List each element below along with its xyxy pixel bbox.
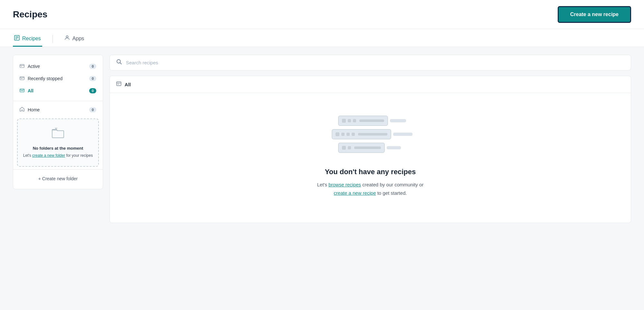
all-sidebar-icon xyxy=(20,88,24,94)
no-folders-icon xyxy=(23,127,93,143)
search-input[interactable] xyxy=(126,60,624,65)
page-title: Recipes xyxy=(13,9,47,20)
svg-rect-8 xyxy=(20,77,24,80)
svg-point-4 xyxy=(66,36,68,38)
tab-recipes-label: Recipes xyxy=(22,36,41,42)
sidebar-divider-2 xyxy=(13,169,103,170)
sidebar: Active 0 Recently stopped 0 xyxy=(13,55,103,189)
empty-description: Let's browse recipes created by our comm… xyxy=(317,181,424,197)
home-label: Home xyxy=(28,107,40,112)
no-folders-title: No folders at the moment xyxy=(23,146,93,151)
empty-text-middle: created by our community or xyxy=(361,182,423,187)
create-recipe-button[interactable]: Create a new recipe xyxy=(558,6,631,23)
all-label: All xyxy=(28,88,33,93)
svg-rect-11 xyxy=(20,89,24,92)
right-panel: All xyxy=(109,55,631,302)
sidebar-item-all[interactable]: All 0 xyxy=(13,85,103,97)
create-new-recipe-link[interactable]: create a new recipe xyxy=(334,190,376,196)
empty-title: You don't have any recipes xyxy=(325,168,416,176)
home-badge: 0 xyxy=(89,107,96,112)
all-section-header: All xyxy=(110,76,631,93)
sidebar-filters: Active 0 Recently stopped 0 xyxy=(13,59,103,98)
home-folder-icon xyxy=(20,107,24,113)
no-folders-text-after: for your recipes xyxy=(65,153,93,158)
sidebar-item-recently-stopped[interactable]: Recently stopped 0 xyxy=(13,72,103,85)
recipes-icon xyxy=(14,35,20,42)
search-icon xyxy=(116,59,122,66)
no-folders-text: Let's create a new folder for your recip… xyxy=(23,153,93,158)
active-icon xyxy=(20,63,24,69)
svg-line-15 xyxy=(120,63,122,64)
tab-recipes[interactable]: Recipes xyxy=(13,35,42,47)
all-header-icon xyxy=(116,81,121,88)
page-header: Recipes Create a new recipe xyxy=(0,0,644,29)
recently-stopped-badge: 0 xyxy=(89,76,96,81)
svg-rect-5 xyxy=(20,64,24,68)
all-badge: 0 xyxy=(89,88,96,93)
main-content: Active 0 Recently stopped 0 xyxy=(0,47,644,310)
empty-state: You don't have any recipes Let's browse … xyxy=(110,93,631,223)
empty-text-before: Let's xyxy=(317,182,328,187)
sidebar-divider-1 xyxy=(13,101,103,101)
svg-rect-16 xyxy=(117,82,121,86)
tab-divider xyxy=(52,35,53,43)
tab-apps-label: Apps xyxy=(72,36,84,42)
all-section-label: All xyxy=(125,82,131,87)
search-bar xyxy=(109,55,631,70)
all-section: All xyxy=(109,76,631,223)
recently-stopped-label: Recently stopped xyxy=(28,76,62,81)
sidebar-item-home[interactable]: Home 0 xyxy=(13,104,103,116)
recently-stopped-icon xyxy=(20,76,24,81)
active-badge: 0 xyxy=(89,64,96,69)
create-folder-button[interactable]: + Create new folder xyxy=(13,172,103,185)
recipe-illustration xyxy=(328,112,412,157)
sidebar-item-active[interactable]: Active 0 xyxy=(13,60,103,72)
no-folders-box: No folders at the moment Let's create a … xyxy=(17,118,99,167)
active-label: Active xyxy=(28,64,40,69)
create-new-folder-link[interactable]: create a new folder xyxy=(32,153,65,158)
tabs-bar: Recipes Apps xyxy=(0,29,644,47)
apps-icon xyxy=(64,35,70,42)
tab-apps[interactable]: Apps xyxy=(63,35,85,47)
empty-text-after: to get started. xyxy=(376,190,407,196)
browse-recipes-link[interactable]: browse recipes xyxy=(328,182,361,187)
no-folders-text-before: Let's xyxy=(23,153,32,158)
